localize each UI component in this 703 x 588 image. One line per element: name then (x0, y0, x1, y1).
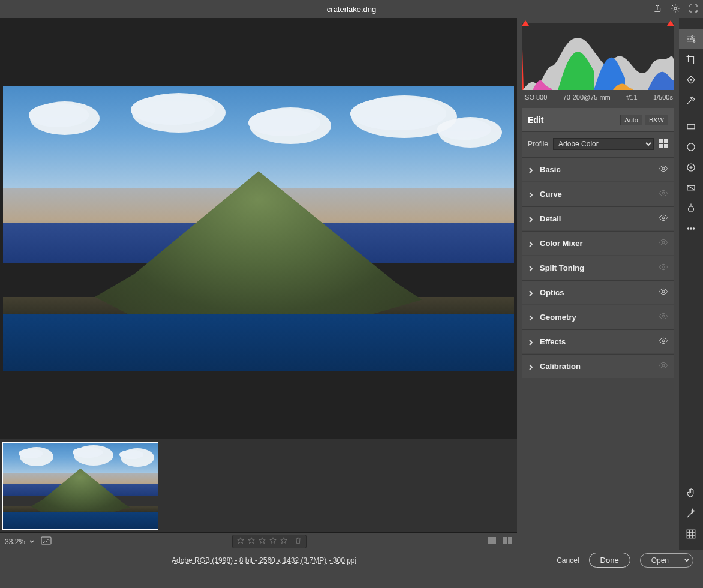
star-icon[interactable] (258, 536, 266, 547)
panel-row-basic[interactable]: Basic (522, 157, 674, 181)
open-menu-caret[interactable] (680, 554, 693, 567)
visibility-toggle-icon[interactable] (659, 262, 668, 274)
svg-point-14 (662, 290, 665, 293)
histogram[interactable] (522, 23, 674, 90)
exif-aperture: f/11 (626, 94, 637, 101)
document-filename: craterlake.dng (327, 5, 376, 14)
svg-rect-2 (488, 537, 496, 544)
profile-row: Profile Adobe Color (522, 132, 674, 157)
done-button[interactable]: Done (589, 553, 630, 568)
crop-tool-icon[interactable] (679, 49, 703, 70)
zoom-dropdown[interactable]: 33.2% (5, 538, 35, 546)
svg-rect-5 (659, 139, 663, 143)
visibility-toggle-icon[interactable] (659, 361, 668, 372)
panel-row-split-toning[interactable]: Split Toning (522, 256, 674, 280)
hand-tool-icon[interactable] (679, 483, 703, 503)
visibility-toggle-icon[interactable] (659, 188, 668, 200)
svg-point-15 (662, 315, 665, 317)
gear-icon[interactable] (671, 4, 680, 15)
edit-header: Edit Auto B&W (522, 108, 674, 132)
profile-browser-icon[interactable] (659, 139, 668, 150)
more-tools-icon[interactable] (679, 218, 703, 239)
compare-view-icon[interactable] (503, 536, 512, 547)
exif-summary: ISO 800 70-200@75 mm f/11 1/500s (517, 90, 679, 106)
open-split-button: Open (640, 553, 693, 568)
visibility-toggle-icon[interactable] (659, 238, 668, 249)
fit-icon[interactable] (41, 536, 52, 547)
canvas-column: 33.2% (0, 18, 517, 550)
edit-tool-icon[interactable] (679, 29, 703, 49)
svg-point-11 (662, 217, 665, 219)
auto-button[interactable]: Auto (620, 115, 642, 125)
panel-row-color-mixer[interactable]: Color Mixer (522, 231, 674, 255)
svg-point-19 (689, 38, 690, 40)
panel-row-curve[interactable]: Curve (522, 182, 674, 206)
profile-select[interactable]: Adobe Color (553, 138, 654, 150)
exif-lens: 70-200@75 mm (563, 94, 611, 101)
local-rect-tool-icon[interactable] (679, 116, 703, 137)
trash-icon[interactable] (294, 536, 302, 547)
svg-rect-8 (664, 144, 668, 148)
svg-point-9 (662, 167, 665, 170)
add-mask-tool-icon[interactable] (679, 157, 703, 178)
status-bar: 33.2% (0, 532, 517, 550)
exif-iso: ISO 800 (523, 94, 547, 101)
panel-label: Curve (540, 190, 659, 199)
visibility-toggle-icon[interactable] (659, 213, 668, 224)
exif-shutter: 1/500s (653, 94, 673, 101)
panel-row-geometry[interactable]: Geometry (522, 305, 674, 329)
visibility-toggle-icon[interactable] (659, 336, 668, 347)
zoom-value: 33.2% (5, 538, 25, 546)
chevron-right-icon (528, 364, 534, 370)
star-icon[interactable] (280, 536, 288, 547)
panel-list: BasicCurveDetailColor MixerSplit ToningO… (522, 157, 674, 378)
cancel-button[interactable]: Cancel (557, 556, 579, 565)
panel-label: Optics (540, 288, 659, 297)
filmstrip-thumbnail[interactable] (2, 442, 158, 530)
radial-tool-icon[interactable] (679, 137, 703, 157)
image-viewport[interactable] (0, 18, 517, 439)
eyedropper-tool-icon[interactable] (679, 90, 703, 110)
panel-label: Calibration (540, 362, 659, 371)
edit-title: Edit (528, 115, 618, 125)
svg-point-0 (674, 7, 677, 10)
panel-row-optics[interactable]: Optics (522, 280, 674, 304)
svg-rect-1 (41, 537, 51, 544)
fullscreen-icon[interactable] (689, 4, 698, 15)
grid-tool-icon[interactable] (679, 524, 703, 544)
footer: Adobe RGB (1998) - 8 bit - 2560 x 1432 (… (0, 550, 703, 570)
chevron-right-icon (528, 339, 534, 345)
svg-point-30 (693, 228, 694, 229)
chevron-right-icon (528, 290, 534, 296)
star-icon[interactable] (269, 536, 277, 547)
svg-point-16 (662, 340, 665, 342)
panel-label: Color Mixer (540, 239, 659, 248)
panel-row-effects[interactable]: Effects (522, 329, 674, 353)
star-icon[interactable] (247, 536, 256, 547)
magic-tool-icon[interactable] (679, 503, 703, 524)
open-button[interactable]: Open (641, 554, 680, 567)
titlebar: craterlake.dng (0, 0, 703, 18)
panel-row-detail[interactable]: Detail (522, 206, 674, 230)
panel-row-calibration[interactable]: Calibration (522, 354, 674, 378)
export-icon[interactable] (653, 4, 662, 15)
chevron-right-icon (528, 265, 534, 271)
profile-label: Profile (528, 140, 548, 148)
single-view-icon[interactable] (487, 536, 497, 547)
heal-tool-icon[interactable] (679, 70, 703, 90)
workflow-summary[interactable]: Adobe RGB (1998) - 8 bit - 2560 x 1432 (… (172, 556, 356, 565)
panel-label: Split Toning (540, 263, 659, 272)
preview-image (3, 86, 514, 371)
gradient-tool-icon[interactable] (679, 178, 703, 198)
bw-button[interactable]: B&W (645, 115, 668, 125)
star-icon[interactable] (236, 536, 245, 547)
visibility-toggle-icon[interactable] (659, 287, 668, 298)
brush-tool-icon[interactable] (679, 198, 703, 218)
visibility-toggle-icon[interactable] (659, 311, 668, 323)
svg-point-12 (662, 241, 665, 244)
svg-rect-31 (687, 530, 695, 538)
visibility-toggle-icon[interactable] (659, 164, 668, 175)
chevron-right-icon (528, 191, 534, 197)
edit-sidebar: ISO 800 70-200@75 mm f/11 1/500s Edit Au… (517, 18, 679, 550)
svg-point-20 (693, 40, 695, 42)
